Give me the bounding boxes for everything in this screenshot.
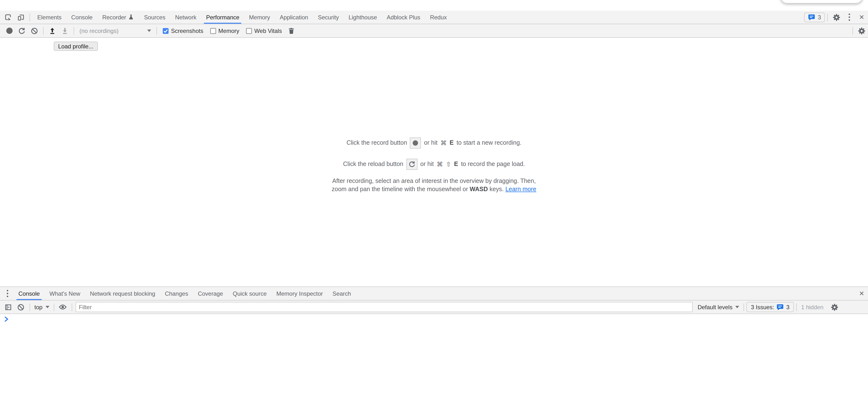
memory-checkbox[interactable]: Memory bbox=[210, 27, 239, 34]
console-toolbar: top Default levels 3 Issues: 3 bbox=[0, 301, 868, 314]
performance-landing-instructions: Click the record button or hit ⌘ E to st… bbox=[0, 137, 868, 193]
e-key: E bbox=[454, 161, 458, 167]
inspect-element-button[interactable] bbox=[2, 11, 14, 24]
console-filter-input[interactable] bbox=[75, 302, 693, 312]
tab-label: Search bbox=[333, 290, 351, 297]
tab-label: Network bbox=[175, 14, 196, 21]
tab-network[interactable]: Network bbox=[171, 11, 200, 24]
tab-elements[interactable]: Elements bbox=[33, 11, 65, 24]
tab-redux[interactable]: Redux bbox=[426, 11, 451, 24]
log-levels-select[interactable]: Default levels bbox=[695, 304, 741, 310]
record-button-illustration[interactable] bbox=[410, 137, 421, 148]
checkbox-checked-icon bbox=[163, 28, 168, 34]
device-toolbar-icon bbox=[17, 13, 25, 21]
close-icon: ✕ bbox=[859, 290, 864, 297]
after-recording-help-text: After recording, select an area of inter… bbox=[0, 177, 868, 193]
reload-button-illustration[interactable] bbox=[406, 159, 417, 170]
separator bbox=[796, 303, 797, 311]
tooltip-text: Load profile... bbox=[58, 43, 93, 49]
checkbox-label: Screenshots bbox=[171, 27, 203, 34]
tab-security[interactable]: Security bbox=[314, 11, 343, 24]
drawer-tab-coverage[interactable]: Coverage bbox=[194, 287, 227, 300]
separator bbox=[54, 303, 54, 311]
save-profile-button[interactable] bbox=[59, 25, 71, 37]
reload-instruction-prefix: Click the reload button bbox=[343, 161, 403, 167]
drawer-tab-whats-new[interactable]: What's New bbox=[45, 287, 84, 300]
clear-console-button[interactable] bbox=[14, 301, 27, 313]
upload-icon bbox=[49, 27, 56, 35]
tab-label: Elements bbox=[37, 14, 62, 21]
tab-adblock-plus[interactable]: Adblock Plus bbox=[383, 11, 424, 24]
tab-console[interactable]: Console bbox=[67, 11, 96, 24]
drawer-tab-search[interactable]: Search bbox=[329, 287, 355, 300]
trash-icon bbox=[288, 27, 295, 34]
web-vitals-checkbox[interactable]: Web Vitals bbox=[246, 27, 282, 34]
devtools-tabbar: Elements Console Recorder Sources Networ… bbox=[0, 11, 868, 24]
learn-more-link[interactable]: Learn more bbox=[505, 185, 536, 192]
screenshots-checkbox[interactable]: Screenshots bbox=[163, 27, 203, 34]
devtools-menu-button[interactable] bbox=[843, 11, 856, 24]
garbage-collect-button[interactable] bbox=[285, 25, 298, 37]
gear-icon bbox=[831, 303, 838, 311]
separator bbox=[852, 27, 853, 35]
console-settings-button[interactable] bbox=[828, 301, 841, 313]
kebab-menu-icon bbox=[848, 13, 850, 21]
load-profile-button[interactable] bbox=[46, 25, 59, 37]
javascript-context-select[interactable]: top bbox=[32, 304, 51, 310]
checkbox-unchecked-icon bbox=[210, 28, 216, 34]
console-issues-button[interactable]: 3 Issues: 3 bbox=[746, 302, 794, 312]
record-icon bbox=[6, 28, 12, 34]
separator bbox=[827, 13, 828, 21]
tab-label: Memory Inspector bbox=[276, 290, 323, 297]
tab-recorder[interactable]: Recorder bbox=[98, 11, 138, 24]
tab-memory[interactable]: Memory bbox=[245, 11, 274, 24]
tab-label: Lighthouse bbox=[348, 14, 377, 21]
close-devtools-button[interactable]: ✕ bbox=[856, 11, 868, 24]
record-button[interactable] bbox=[3, 25, 16, 37]
load-profile-tooltip: Load profile... bbox=[54, 42, 98, 51]
capture-settings-button[interactable] bbox=[856, 25, 868, 37]
tab-label: Changes bbox=[165, 290, 188, 297]
performance-panel-body: Click the record button or hit ⌘ E to st… bbox=[0, 38, 868, 286]
help-line1: After recording, select an area of inter… bbox=[332, 178, 536, 184]
create-live-expression-button[interactable] bbox=[56, 301, 69, 313]
inspect-cursor-icon bbox=[4, 13, 12, 21]
record-instruction-prefix: Click the record button bbox=[347, 139, 407, 146]
drawer-tab-network-request-blocking[interactable]: Network request blocking bbox=[86, 287, 159, 300]
tab-lighthouse[interactable]: Lighthouse bbox=[345, 11, 381, 24]
tab-label: Coverage bbox=[198, 290, 223, 297]
chevron-down-icon bbox=[45, 306, 49, 308]
toggle-device-toolbar-button[interactable] bbox=[14, 11, 27, 24]
drawer-menu-button[interactable] bbox=[1, 287, 13, 300]
kebab-menu-icon bbox=[6, 290, 8, 297]
checkbox-label: Web Vitals bbox=[254, 27, 282, 34]
drawer-tab-console[interactable]: Console bbox=[14, 287, 43, 300]
close-icon: ✕ bbox=[859, 13, 864, 21]
drawer-tab-quick-source[interactable]: Quick source bbox=[229, 287, 271, 300]
drawer-tab-memory-inspector[interactable]: Memory Inspector bbox=[273, 287, 327, 300]
e-key: E bbox=[450, 139, 454, 146]
tab-label: Console bbox=[71, 14, 93, 21]
close-drawer-button[interactable]: ✕ bbox=[856, 287, 868, 300]
reload-and-record-button[interactable] bbox=[16, 25, 28, 37]
recordings-select-value: (no recordings) bbox=[80, 27, 118, 34]
tab-label: Memory bbox=[249, 14, 270, 21]
clear-recording-button[interactable] bbox=[28, 25, 41, 37]
tab-label: Sources bbox=[144, 14, 165, 21]
help-line2a: zoom and pan the timeline with the mouse… bbox=[332, 185, 468, 192]
separator bbox=[156, 27, 157, 35]
record-icon bbox=[413, 140, 418, 145]
drawer-tabbar: Console What's New Network request block… bbox=[0, 287, 868, 301]
issues-counter-button[interactable]: 3 bbox=[804, 12, 825, 22]
recordings-select[interactable]: (no recordings) bbox=[76, 25, 154, 36]
tab-performance[interactable]: Performance bbox=[202, 11, 243, 24]
tab-label: What's New bbox=[50, 290, 80, 297]
show-console-sidebar-button[interactable] bbox=[2, 301, 14, 313]
console-messages-area[interactable] bbox=[0, 314, 868, 406]
separator bbox=[71, 303, 72, 311]
tab-sources[interactable]: Sources bbox=[140, 11, 169, 24]
drawer-tab-changes[interactable]: Changes bbox=[161, 287, 192, 300]
tab-application[interactable]: Application bbox=[276, 11, 312, 24]
log-levels-value: Default levels bbox=[698, 304, 733, 310]
devtools-settings-button[interactable] bbox=[830, 11, 843, 24]
